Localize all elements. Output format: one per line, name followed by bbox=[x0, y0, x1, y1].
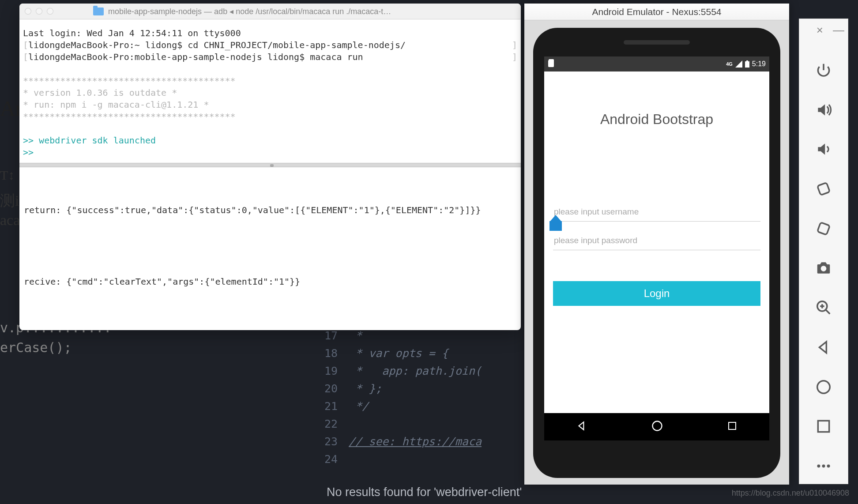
app-content: Android Bootstrap Login bbox=[544, 71, 769, 306]
close-icon[interactable]: × bbox=[817, 23, 823, 37]
camera-icon[interactable] bbox=[813, 260, 834, 277]
bg-text: T↕ bbox=[0, 168, 15, 183]
svg-rect-5 bbox=[817, 222, 830, 235]
terminal-line: * run: npm i -g macaca-cli@1.1.21 * bbox=[23, 99, 517, 111]
terminal-pane-top[interactable]: Last login: Wed Jan 4 12:54:11 on ttys00… bbox=[19, 19, 521, 163]
home-button[interactable] bbox=[651, 420, 663, 434]
minimize-button[interactable] bbox=[36, 8, 42, 15]
svg-point-2 bbox=[653, 421, 662, 431]
terminal-title: mobile-app-sample-nodejs — adb ◂ node /u… bbox=[108, 7, 391, 16]
code-line: * app: path.join( bbox=[349, 365, 482, 377]
terminal-line: **************************************** bbox=[23, 111, 517, 123]
recents-button[interactable] bbox=[727, 421, 738, 433]
maximize-button[interactable] bbox=[47, 8, 53, 15]
line-number: 22 bbox=[318, 417, 349, 430]
watermark: https://blog.csdn.net/u010046908 bbox=[732, 489, 849, 498]
close-button[interactable] bbox=[25, 8, 31, 15]
line-number: 17 bbox=[318, 329, 349, 342]
terminal-prompt: >> bbox=[23, 147, 517, 158]
code-line: */ bbox=[349, 400, 369, 413]
status-time: 5:19 bbox=[752, 60, 766, 68]
terminal-line: >> webdriver sdk launched bbox=[23, 135, 517, 147]
traffic-lights bbox=[25, 8, 53, 15]
terminal-line: return: {"success":true,"data":{"status"… bbox=[24, 204, 516, 216]
code-editor: 17 * 18 * var opts = { 19 * app: path.jo… bbox=[318, 327, 530, 481]
code-line: // see: https://maca bbox=[349, 435, 482, 448]
svg-line-8 bbox=[826, 310, 830, 314]
volume-down-icon[interactable] bbox=[813, 140, 834, 158]
terminal-titlebar[interactable]: mobile-app-sample-nodejs — adb ◂ node /u… bbox=[19, 4, 521, 19]
more-icon[interactable] bbox=[813, 457, 834, 475]
rotate-right-icon[interactable] bbox=[813, 220, 834, 237]
password-input[interactable] bbox=[553, 231, 760, 250]
app-title: Android Bootstrap bbox=[553, 111, 760, 128]
code-line: * bbox=[349, 329, 362, 342]
line-number: 18 bbox=[318, 347, 349, 360]
code-line: * }; bbox=[349, 382, 382, 395]
terminal-line: [lidongdeMacBook-Pro:mobile-app-sample-n… bbox=[23, 51, 517, 63]
terminal-line: recive: {"cmd":"clearText","args":{"elem… bbox=[24, 276, 516, 288]
emu-recents-icon[interactable] bbox=[813, 418, 834, 436]
text-cursor-handle[interactable] bbox=[549, 215, 564, 233]
code-line: * var opts = { bbox=[349, 347, 448, 360]
phone-speaker bbox=[624, 40, 690, 45]
line-number: 23 bbox=[318, 435, 349, 448]
phone-screen[interactable]: 4G 5:19 Android Bootstrap Login bbox=[544, 56, 769, 440]
minimize-icon[interactable]: — bbox=[833, 23, 844, 37]
back-button[interactable] bbox=[576, 420, 587, 433]
search-no-results: No results found for 'webdriver-client' bbox=[327, 485, 522, 499]
svg-rect-1 bbox=[746, 60, 748, 61]
svg-rect-3 bbox=[729, 422, 736, 429]
terminal-line: **************************************** bbox=[23, 75, 517, 87]
power-icon[interactable] bbox=[813, 61, 834, 79]
login-button[interactable]: Login bbox=[553, 281, 760, 306]
folder-icon bbox=[93, 8, 104, 15]
terminal-line: Last login: Wed Jan 4 12:54:11 on ttys00… bbox=[23, 27, 517, 39]
emulator-window: Android Emulator - Nexus:5554 4G 5:19 An… bbox=[524, 4, 789, 485]
pane-divider[interactable] bbox=[19, 163, 521, 167]
phone-frame: 4G 5:19 Android Bootstrap Login bbox=[533, 28, 780, 478]
svg-rect-0 bbox=[745, 61, 749, 68]
android-nav-bar bbox=[544, 413, 769, 440]
line-number: 20 bbox=[318, 382, 349, 395]
terminal-window: mobile-app-sample-nodejs — adb ◂ node /u… bbox=[19, 4, 521, 330]
battery-icon bbox=[745, 60, 749, 68]
svg-point-13 bbox=[817, 465, 820, 468]
bg-text: aca bbox=[0, 212, 20, 229]
emulator-title: Android Emulator - Nexus:5554 bbox=[592, 7, 722, 17]
line-number: 24 bbox=[318, 453, 349, 466]
username-input[interactable] bbox=[553, 203, 760, 222]
emulator-titlebar[interactable]: Android Emulator - Nexus:5554 bbox=[524, 4, 789, 20]
emulator-toolbar: × — bbox=[799, 19, 848, 484]
volume-up-icon[interactable] bbox=[813, 101, 834, 119]
rotate-left-icon[interactable] bbox=[813, 180, 834, 198]
svg-point-11 bbox=[817, 380, 830, 393]
svg-point-6 bbox=[821, 266, 827, 272]
bg-text: 测i bbox=[0, 191, 19, 211]
svg-rect-4 bbox=[817, 183, 830, 195]
terminal-line: * version 1.0.36 is outdate * bbox=[23, 87, 517, 99]
android-status-bar: 4G 5:19 bbox=[544, 56, 769, 71]
terminal-pane-bottom[interactable]: return: {"success":true,"data":{"status"… bbox=[19, 167, 521, 330]
svg-rect-12 bbox=[818, 421, 829, 432]
emu-back-icon[interactable] bbox=[813, 339, 834, 356]
bg-code: erCase(); bbox=[0, 340, 72, 355]
sdcard-icon bbox=[548, 59, 554, 69]
svg-point-15 bbox=[827, 465, 830, 468]
line-number: 21 bbox=[318, 400, 349, 413]
zoom-icon[interactable] bbox=[813, 299, 834, 316]
svg-point-14 bbox=[822, 465, 825, 468]
terminal-line: [lidongdeMacBook-Pro:~ lidong$ cd CHNI_P… bbox=[23, 39, 517, 51]
line-number: 19 bbox=[318, 365, 349, 377]
network-icon: 4G bbox=[726, 61, 733, 67]
emu-home-icon[interactable] bbox=[813, 378, 834, 396]
signal-icon bbox=[735, 60, 742, 68]
